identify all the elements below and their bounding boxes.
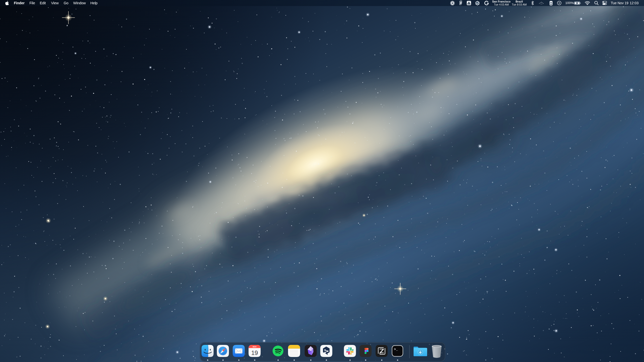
svg-text:>_: >_ [394, 347, 398, 351]
svg-text:19: 19 [251, 349, 258, 356]
svg-text:NOV: NOV [253, 346, 257, 348]
